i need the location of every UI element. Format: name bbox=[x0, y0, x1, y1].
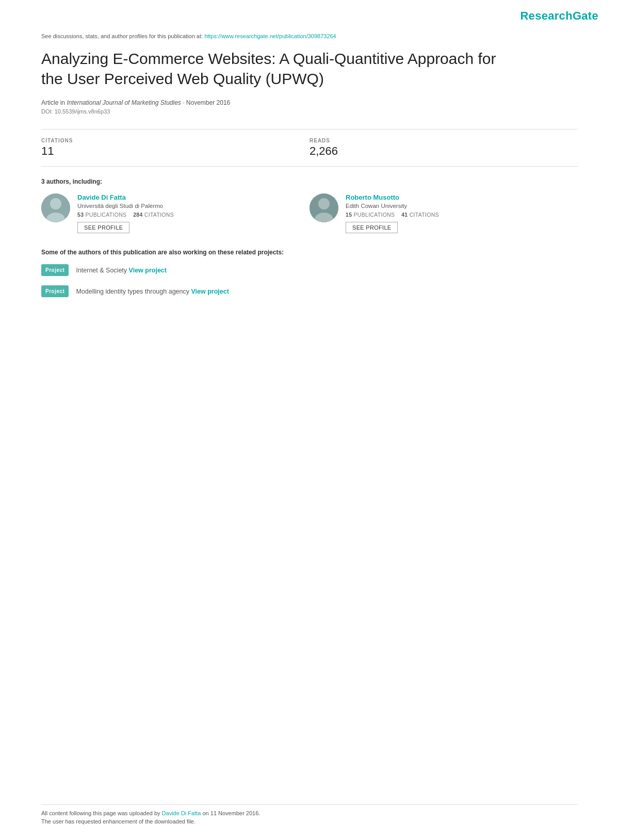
footer-text-before: All content following this page was uplo… bbox=[41, 810, 162, 816]
author-avatar-2 bbox=[310, 193, 338, 222]
author-info-2: Roberto Musotto Edith Cowan University 1… bbox=[346, 193, 439, 233]
project-item-2: Project Modelling identity types through… bbox=[41, 285, 578, 297]
authors-heading: 3 authors, including: bbox=[41, 178, 578, 185]
author-pubs-2: 15 bbox=[346, 212, 352, 218]
reads-label: READS bbox=[310, 138, 578, 143]
project-item-1: Project Internet & Society View project bbox=[41, 264, 578, 276]
author-name-2[interactable]: Roberto Musotto bbox=[346, 193, 439, 201]
footer-text-after: on 11 November 2016. bbox=[201, 810, 260, 816]
project-link-2[interactable]: View project bbox=[191, 288, 229, 295]
project-badge-2: Project bbox=[41, 285, 69, 297]
project-text-1: Internet & Society View project bbox=[76, 267, 167, 274]
article-type: Article bbox=[41, 99, 58, 106]
article-date: November 2016 bbox=[186, 99, 230, 106]
reads-value: 2,266 bbox=[310, 144, 578, 158]
project-link-1[interactable]: View project bbox=[129, 267, 167, 274]
project-text-2: Modelling identity types through agency … bbox=[76, 288, 229, 295]
divider-1 bbox=[41, 129, 578, 130]
author-cits-2: 41 bbox=[401, 212, 408, 218]
article-dot: · bbox=[183, 99, 186, 106]
author-stats-2: 15 PUBLICATIONS 41 CITATIONS bbox=[346, 212, 439, 218]
svg-point-4 bbox=[318, 198, 330, 209]
article-journal: International Journal of Marketing Studi… bbox=[67, 99, 181, 106]
footer-line1: All content following this page was uplo… bbox=[41, 810, 578, 816]
footer: All content following this page was uplo… bbox=[41, 804, 578, 825]
author-affiliation-1: Università degli Studi di Palermo bbox=[77, 203, 174, 209]
footer-uploader-link[interactable]: Davide Di Fatta bbox=[162, 810, 201, 816]
authors-grid: Davide Di Fatta Università degli Studi d… bbox=[41, 193, 578, 233]
footer-line2: The user has requested enhancement of th… bbox=[41, 818, 578, 825]
author-affiliation-2: Edith Cowan University bbox=[346, 203, 439, 209]
stats-row: CITATIONS 11 READS 2,266 bbox=[41, 138, 578, 158]
project-badge-1: Project bbox=[41, 264, 69, 276]
author-cits-1: 284 bbox=[133, 212, 142, 218]
article-meta: Article in International Journal of Mark… bbox=[41, 99, 578, 106]
project-description-1: Internet & Society bbox=[76, 267, 128, 274]
related-projects-heading: Some of the authors of this publication … bbox=[41, 249, 578, 256]
article-title: Analyzing E-Commerce Websites: A Quali-Q… bbox=[41, 49, 506, 89]
citations-label: CITATIONS bbox=[41, 138, 310, 143]
author-stats-1: 53 PUBLICATIONS 284 CITATIONS bbox=[77, 212, 174, 218]
see-profile-button-2[interactable]: SEE PROFILE bbox=[346, 222, 398, 233]
reads-block: READS 2,266 bbox=[310, 138, 578, 158]
svg-point-1 bbox=[50, 198, 61, 209]
author-info-1: Davide Di Fatta Università degli Studi d… bbox=[77, 193, 174, 233]
article-in: in bbox=[60, 99, 67, 106]
author-card-1: Davide Di Fatta Università degli Studi d… bbox=[41, 193, 310, 233]
header: ResearchGate bbox=[0, 0, 619, 28]
researchgate-logo: ResearchGate bbox=[520, 9, 598, 22]
main-content: See discussions, stats, and author profi… bbox=[0, 28, 619, 327]
author-pubs-1: 53 bbox=[77, 212, 84, 218]
author-name-1[interactable]: Davide Di Fatta bbox=[77, 193, 174, 201]
divider-2 bbox=[41, 166, 578, 167]
author-card-2: Roberto Musotto Edith Cowan University 1… bbox=[310, 193, 578, 233]
article-doi: DOI: 10.5539/ijms.v8n6p33 bbox=[41, 108, 578, 115]
see-profile-button-1[interactable]: SEE PROFILE bbox=[77, 222, 129, 233]
top-notice-text: See discussions, stats, and author profi… bbox=[41, 33, 204, 39]
publication-link[interactable]: https://www.researchgate.net/publication… bbox=[204, 33, 336, 39]
author-avatar-1 bbox=[41, 193, 70, 222]
citations-block: CITATIONS 11 bbox=[41, 138, 310, 158]
citations-value: 11 bbox=[41, 144, 310, 158]
top-notice: See discussions, stats, and author profi… bbox=[41, 33, 578, 39]
project-description-2: Modelling identity types through agency bbox=[76, 288, 191, 295]
